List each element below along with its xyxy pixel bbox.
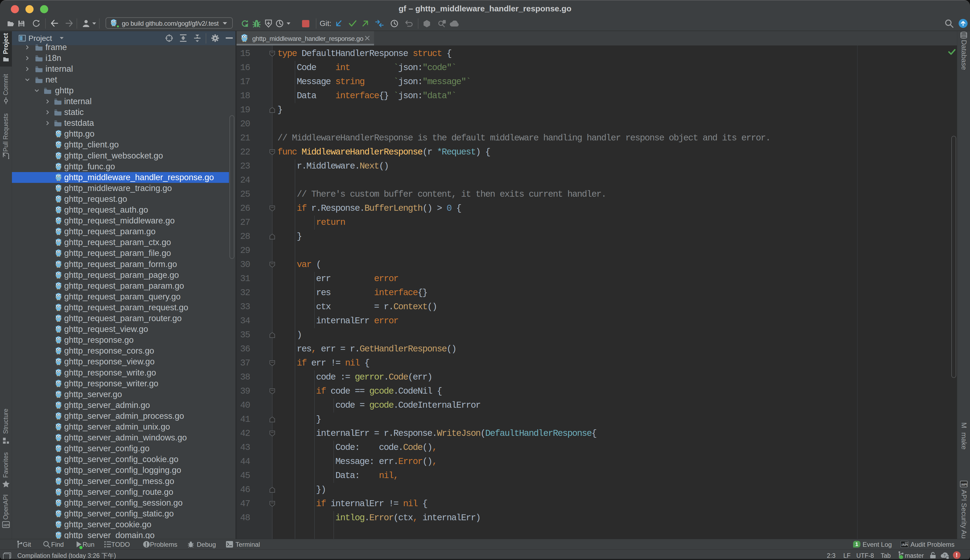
- svg-text:/API: /API: [961, 483, 967, 486]
- svg-text:/API: /API: [902, 543, 908, 547]
- svg-text:?: ?: [943, 553, 946, 557]
- svg-text:/API: /API: [3, 523, 9, 527]
